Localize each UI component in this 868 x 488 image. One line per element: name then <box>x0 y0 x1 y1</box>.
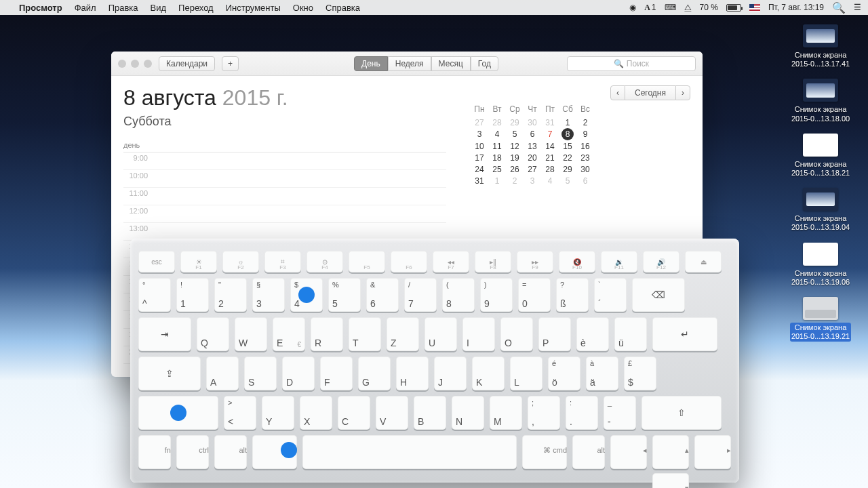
day-cell[interactable]: 3 <box>471 128 488 140</box>
day-cell[interactable]: 12 <box>506 140 524 152</box>
battery-icon[interactable] <box>726 4 741 12</box>
clock[interactable]: Пт, 7 авг. 13:19 <box>768 3 824 12</box>
key-C[interactable]: C <box>338 396 370 430</box>
flag-icon[interactable] <box>749 4 760 12</box>
adobe-icon[interactable]: A1 <box>644 3 656 13</box>
day-cell[interactable]: 7 <box>541 128 559 140</box>
prev-button[interactable]: ‹ <box>610 85 625 100</box>
key-ü[interactable]: ü <box>614 317 647 351</box>
key-.[interactable]: :. <box>566 396 598 430</box>
day-cell[interactable]: 14 <box>541 140 559 152</box>
day-cell[interactable]: 30 <box>524 117 541 128</box>
key-é[interactable]: éö <box>548 357 580 390</box>
day-cell[interactable]: 16 <box>576 140 594 152</box>
key-M[interactable]: M <box>490 396 522 430</box>
day-cell[interactable]: 21 <box>541 152 559 163</box>
desktop-icon[interactable]: Снимок экрана2015-0...13.19.04 <box>783 188 858 232</box>
key-Z[interactable]: Z <box>387 317 419 351</box>
arrow-down[interactable]: ▾ <box>652 473 689 488</box>
menu-file[interactable]: Файл <box>75 3 96 13</box>
add-button[interactable]: + <box>222 56 239 71</box>
alt-key-right[interactable]: alt <box>572 435 605 469</box>
key--[interactable]: _- <box>604 396 636 430</box>
menu-window[interactable]: Окно <box>293 3 313 13</box>
view-day[interactable]: День <box>354 56 388 71</box>
space-key[interactable] <box>302 435 517 469</box>
key-S[interactable]: S <box>244 357 277 390</box>
fn-key[interactable]: ⌗F3 <box>264 251 301 272</box>
fn-key[interactable]: ☼F2 <box>222 251 259 272</box>
key-O[interactable]: O <box>500 317 533 351</box>
key-E[interactable]: E€ <box>273 317 305 351</box>
day-cell[interactable]: 27 <box>524 163 541 175</box>
fn-key[interactable]: fn <box>138 435 171 469</box>
day-cell[interactable]: 10 <box>471 140 488 152</box>
key-^[interactable]: °^ <box>138 278 171 312</box>
enter-key[interactable]: ↵ <box>652 317 717 351</box>
key-H[interactable]: H <box>396 357 429 390</box>
key-Q[interactable]: Q <box>197 317 229 351</box>
day-cell[interactable]: 1 <box>559 117 576 128</box>
fn-key[interactable]: ☀F1 <box>180 251 217 272</box>
day-cell[interactable]: 24 <box>471 163 488 175</box>
key-0[interactable]: =0 <box>518 278 551 312</box>
key-A[interactable]: A <box>206 357 239 390</box>
fn-key[interactable]: 🔇F10 <box>559 251 595 272</box>
key-U[interactable]: U <box>425 317 457 351</box>
day-cell[interactable]: 29 <box>559 163 576 175</box>
day-cell[interactable]: 26 <box>506 163 524 175</box>
day-cell[interactable]: 6 <box>576 175 594 186</box>
today-button[interactable]: Сегодня <box>625 85 675 100</box>
key-9[interactable]: )9 <box>480 278 513 312</box>
wifi-icon[interactable]: ⧋ <box>684 3 692 12</box>
ctrl-key[interactable]: ctrl <box>176 435 209 469</box>
window-controls[interactable] <box>118 60 152 68</box>
desktop-icon[interactable]: Снимок экрана2015-0...13.18.00 <box>783 79 858 123</box>
key-K[interactable]: K <box>472 357 505 390</box>
day-cell[interactable]: 2 <box>576 117 594 128</box>
view-year[interactable]: Год <box>471 56 498 71</box>
day-cell[interactable]: 3 <box>524 175 541 186</box>
menu-go[interactable]: Переход <box>178 3 214 13</box>
next-button[interactable]: › <box>675 85 690 100</box>
day-cell[interactable]: 17 <box>471 152 488 163</box>
desktop-icon[interactable]: Снимок экрана2015-0...13.19.21 <box>783 297 858 342</box>
day-cell[interactable]: 15 <box>559 140 576 152</box>
day-cell[interactable]: 28 <box>541 163 559 175</box>
key-L[interactable]: L <box>510 357 542 390</box>
key-cmd-right[interactable]: ⌘ cmd <box>522 435 567 469</box>
day-cell[interactable]: 13 <box>524 140 541 152</box>
app-name[interactable]: Просмотр <box>19 3 62 13</box>
key-N[interactable]: N <box>452 396 484 430</box>
key-R[interactable]: R <box>311 317 343 351</box>
day-cell[interactable]: 20 <box>524 152 541 163</box>
key-5[interactable]: %5 <box>328 278 361 312</box>
day-cell[interactable]: 28 <box>488 117 506 128</box>
fn-key[interactable]: 🔉F11 <box>601 251 637 272</box>
day-cell[interactable]: 19 <box>506 152 524 163</box>
fn-key[interactable]: ⏏ <box>685 251 722 272</box>
key-,[interactable]: ;, <box>528 396 560 430</box>
view-week[interactable]: Неделя <box>388 56 431 71</box>
day-cell[interactable]: 11 <box>488 140 506 152</box>
fn-key[interactable]: 🔊F12 <box>643 251 679 272</box>
key-V[interactable]: V <box>376 396 408 430</box>
fn-key[interactable]: ▸‖F8 <box>475 251 511 272</box>
day-cell[interactable]: 30 <box>576 163 594 175</box>
fn-key[interactable]: ◂◂F7 <box>433 251 469 272</box>
day-cell[interactable]: 27 <box>471 117 488 128</box>
key-2[interactable]: "2 <box>214 278 247 312</box>
spotlight-icon[interactable]: 🔍 <box>832 1 846 14</box>
day-cell[interactable]: 6 <box>524 128 541 140</box>
arrow-left[interactable]: ◂ <box>610 435 647 469</box>
key-B[interactable]: B <box>414 396 446 430</box>
desktop-icon[interactable]: Снимок экрана2015-0...13.18.21 <box>783 134 858 178</box>
key-W[interactable]: W <box>235 317 267 351</box>
key-3[interactable]: §3 <box>252 278 285 312</box>
fn-key[interactable]: ⊙F4 <box>307 251 343 272</box>
key-8[interactable]: (8 <box>442 278 475 312</box>
day-cell[interactable]: 23 <box>576 152 594 163</box>
key-I[interactable]: I <box>462 317 495 351</box>
key-£[interactable]: £$ <box>624 357 656 390</box>
day-cell[interactable]: 29 <box>506 117 524 128</box>
